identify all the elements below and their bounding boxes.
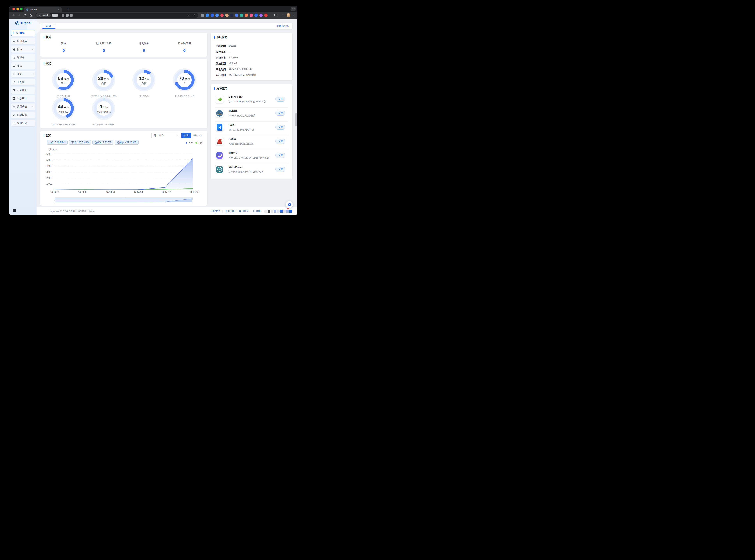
extension-icon[interactable] — [211, 14, 214, 17]
sidebar-item-app-store[interactable]: 应用商店 — [11, 38, 36, 44]
chart-brush[interactable] — [55, 197, 193, 202]
sidebar-item-database[interactable]: 数据库 — [11, 54, 36, 61]
scrollbar-thumb[interactable] — [295, 113, 297, 126]
extension-icon[interactable] — [264, 14, 267, 17]
censored-url-block — [62, 14, 64, 17]
sidebar-item-advanced[interactable]: 高级功能 — [11, 103, 36, 110]
sidebar-item-host[interactable]: 主机 — [11, 71, 36, 77]
bookmark-star-icon[interactable] — [193, 14, 196, 17]
browser-window: 1Panel ✕ + 不安全 — [9, 6, 297, 215]
extension-icon[interactable] — [220, 14, 224, 17]
close-tab-icon[interactable]: ✕ — [58, 8, 60, 11]
overview-apps: 已安装应用 0 — [169, 42, 200, 53]
brush-track[interactable] — [55, 197, 193, 198]
censored-url-block — [65, 14, 68, 17]
downloads-icon[interactable] — [281, 14, 284, 17]
tab-overview[interactable]: 概览 — [42, 24, 56, 29]
password-key-icon[interactable] — [187, 14, 191, 17]
disk-io-toggle-button[interactable]: 磁盘 IO — [191, 133, 204, 138]
app-item-maxkb: MaxKB 基于 LLM 大语言模型的知识库问答系统 安装 — [211, 150, 293, 164]
extension-icon[interactable] — [235, 14, 238, 17]
profile-avatar[interactable] — [286, 13, 290, 17]
diamond-icon — [13, 105, 16, 108]
legend-up[interactable]: 上行 — [186, 141, 193, 144]
extension-icon[interactable] — [259, 14, 263, 17]
extension-icon[interactable] — [201, 14, 204, 17]
monitor-title: 监控 — [46, 134, 52, 137]
censored-url-block — [70, 14, 73, 17]
upgrade-pro-link[interactable]: 升级专业版 — [277, 23, 290, 29]
back-button[interactable] — [12, 14, 15, 17]
maximize-window-button[interactable] — [20, 8, 23, 10]
home-button[interactable] — [29, 14, 32, 17]
browser-tab[interactable]: 1Panel ✕ — [24, 7, 62, 12]
footer-link-manual[interactable]: 使用手册 — [225, 209, 235, 213]
window-controls — [13, 8, 23, 10]
svg-text:H: H — [218, 126, 221, 129]
apps-title: 推荐应用 — [216, 87, 227, 91]
nic-select[interactable]: 网卡 所有 — [151, 133, 181, 138]
minimize-window-button[interactable] — [16, 8, 19, 10]
brush-handle-left[interactable] — [54, 200, 55, 203]
extension-icon[interactable] — [225, 14, 229, 17]
overview-apps-count[interactable]: 0 — [169, 48, 200, 53]
forward-button[interactable] — [18, 14, 21, 17]
extension-icon[interactable] — [255, 14, 258, 17]
y-axis-unit: ( KB/s ) — [49, 148, 57, 151]
brush-grip[interactable] — [122, 197, 125, 198]
overview-databases-count[interactable]: 0 — [88, 48, 119, 53]
update-notification-dot — [286, 208, 290, 209]
omnibox-actions — [187, 14, 196, 17]
browser-toolbar: 不安全 ⋮ — [9, 12, 297, 19]
reload-button[interactable] — [23, 14, 26, 17]
chevron-down-icon — [292, 8, 294, 10]
openresty-logo-icon — [215, 95, 224, 103]
extension-icon[interactable] — [230, 14, 233, 17]
traffic-toggle-button[interactable]: 流量 — [181, 133, 191, 138]
tab-search-button[interactable] — [291, 7, 296, 11]
security-warning-chip[interactable]: 不安全 — [36, 13, 51, 17]
sidebar-item-toolbox[interactable]: 工具箱 — [11, 79, 36, 85]
new-tab-button[interactable]: + — [65, 7, 71, 11]
traffic-chart — [54, 154, 193, 190]
assistant-float-button[interactable] — [286, 201, 293, 208]
sidebar-item-cron[interactable]: 计划任务 — [11, 87, 36, 94]
extension-icon[interactable] — [206, 14, 209, 17]
recommended-apps-card: 推荐应用 OpenResty 基于 NGINX 和 LuaJIT 的 Web 平… — [211, 84, 293, 179]
extensions-puzzle-icon[interactable] — [274, 14, 277, 17]
install-mysql-button[interactable]: 安装 — [275, 111, 285, 116]
copyright-text: Copyright © 2014-2024 FIT2CLOUD 飞致云 — [49, 209, 95, 213]
legend-down[interactable]: 下行 — [195, 141, 202, 144]
browser-menu-icon[interactable]: ⋮ — [293, 14, 295, 17]
sidebar-item-container[interactable]: 容器 — [11, 62, 36, 69]
sidebar-item-logs[interactable]: 日志审计 — [11, 95, 36, 102]
sidebar-item-overview[interactable]: 概览 — [11, 29, 36, 36]
gauge-root-disk: 70.73% / — [174, 70, 195, 90]
collapse-sidebar-button[interactable] — [13, 209, 16, 212]
overview-websites-count[interactable]: 0 — [48, 48, 79, 53]
sidebar-item-website[interactable]: 网站 — [11, 46, 36, 53]
halo-logo-icon: H — [215, 123, 224, 132]
address-bar[interactable]: 不安全 — [36, 13, 198, 18]
footer: Copyright © 2014-2024 FIT2CLOUD 飞致云 论坛求助… — [37, 207, 297, 215]
extension-icon[interactable] — [245, 14, 248, 17]
extension-icon[interactable] — [216, 14, 219, 17]
install-openresty-button[interactable]: 安装 — [275, 97, 285, 102]
brush-handle-right[interactable] — [192, 200, 194, 203]
footer-link-forum[interactable]: 论坛求助 — [211, 209, 220, 213]
install-wordpress-button[interactable]: 安装 — [275, 167, 285, 172]
close-window-button[interactable] — [13, 8, 15, 10]
overview-cronjobs-count[interactable]: 0 — [128, 48, 159, 53]
extension-icon[interactable] — [240, 14, 243, 17]
extension-icon[interactable] — [250, 14, 253, 17]
install-halo-button[interactable]: 安装 — [275, 125, 285, 130]
overview-databases: 数据库 - 全部 0 — [88, 42, 119, 53]
toolbar-right: ⋮ — [274, 13, 295, 17]
install-maxkb-button[interactable]: 安装 — [275, 153, 285, 158]
footer-link-repo[interactable]: 项目地址 — [239, 209, 249, 213]
sidebar-item-settings[interactable]: 面板设置 — [11, 112, 36, 118]
title-bar — [44, 36, 44, 39]
sidebar-item-logout[interactable]: 退出登录 — [11, 120, 36, 126]
install-redis-button[interactable]: 安装 — [275, 139, 285, 144]
footer-link-edition[interactable]: 社区版: — [253, 209, 261, 213]
